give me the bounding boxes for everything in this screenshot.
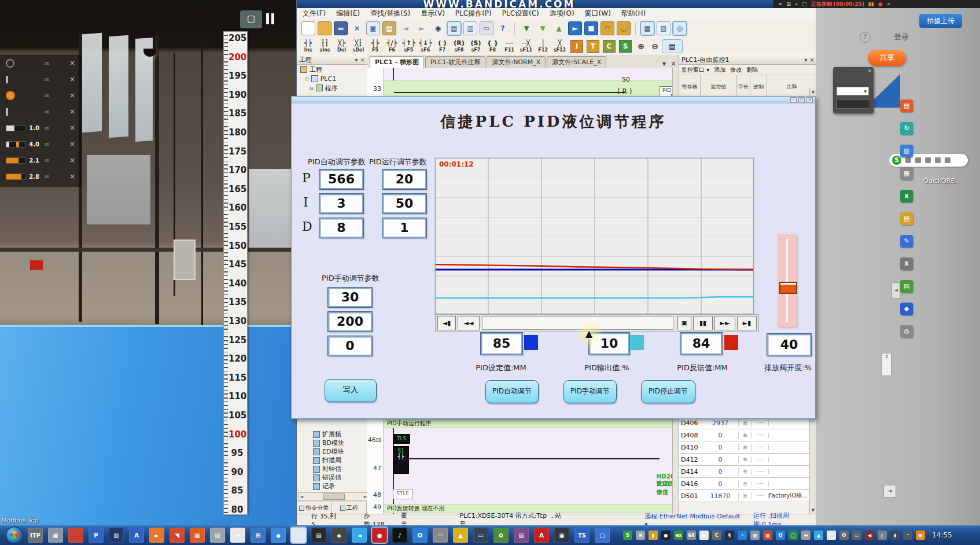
rewind-button[interactable]: ◄◄ bbox=[458, 316, 480, 330]
menu-item[interactable]: 帮助(H) bbox=[621, 9, 646, 19]
menu-item[interactable]: 显示(V) bbox=[421, 9, 445, 19]
tray-icon[interactable]: ▢ bbox=[827, 531, 836, 540]
io-row[interactable]: 4.0 ∞ × bbox=[0, 136, 81, 152]
user-icon[interactable] bbox=[935, 157, 941, 163]
coil-type-button[interactable]: S bbox=[619, 40, 632, 53]
tray-icon[interactable]: ⌘ bbox=[636, 531, 645, 540]
taskbar-app-icon[interactable]: O bbox=[412, 528, 428, 543]
popup-button[interactable] bbox=[837, 100, 870, 109]
keyboard-icon[interactable] bbox=[925, 157, 931, 163]
reset-coil[interactable]: ( R ) bbox=[617, 87, 632, 95]
ladder-tool[interactable]: ╳┋sDel bbox=[351, 40, 366, 53]
target-icon[interactable]: ⌖ bbox=[795, 1, 798, 8]
toolbar-icon[interactable]: ◄ bbox=[399, 21, 412, 35]
last-frame-button[interactable]: ►▮ bbox=[737, 316, 757, 330]
monitor-window-button[interactable]: 监控窗口 ▾ bbox=[681, 66, 709, 74]
toolbar-icon[interactable]: ◡ bbox=[617, 21, 631, 35]
tray-icon[interactable]: ▦ bbox=[750, 531, 760, 540]
monitor-row[interactable]: D414 0 单 ····· bbox=[679, 466, 810, 478]
ladder-tool[interactable]: ──F11 bbox=[502, 40, 517, 53]
editor-tab[interactable]: PLC1 - 梯形图 bbox=[370, 56, 424, 68]
ladder-tool[interactable]: ┥┝F5 bbox=[367, 40, 383, 53]
ime-icon[interactable] bbox=[915, 157, 921, 163]
i-auto-field[interactable]: 3 bbox=[319, 194, 363, 213]
setpoint-value-field[interactable]: 85 bbox=[481, 333, 522, 355]
editor-tab[interactable]: PLC1-软元件注释 bbox=[425, 56, 485, 68]
pause-button[interactable]: ▮▮ bbox=[693, 316, 713, 330]
tray-icon[interactable]: ▯ bbox=[878, 531, 887, 540]
side-tool-icon[interactable]: x̄ bbox=[900, 257, 913, 270]
scroll-widget[interactable]: ⇕ bbox=[882, 353, 891, 376]
toolbar-icon[interactable]: ■ bbox=[584, 21, 598, 35]
menu-item[interactable]: 窗口(W) bbox=[585, 9, 611, 19]
io-row[interactable]: 2.8 ∞ × bbox=[0, 168, 81, 185]
monitor-modify-button[interactable]: 修改 bbox=[730, 66, 742, 74]
toolbar-icon[interactable]: ◉ bbox=[431, 21, 445, 35]
pause-record-icon[interactable]: ▮▮ bbox=[868, 1, 874, 7]
menu-item[interactable]: PLC操作(P) bbox=[455, 9, 492, 19]
io-row[interactable]: 1.0 ∞ × bbox=[0, 120, 81, 136]
io-indicator[interactable] bbox=[6, 76, 39, 83]
taskbar-app-icon[interactable]: ▢ bbox=[595, 528, 610, 543]
zoom-in-icon[interactable]: ⊕ bbox=[635, 40, 647, 53]
tray-icon[interactable]: ◀ bbox=[865, 531, 874, 540]
close-icon[interactable]: × bbox=[69, 140, 75, 148]
coil-type-button[interactable]: I bbox=[570, 40, 583, 53]
monitor-row[interactable]: D410 0 单 ····· bbox=[679, 441, 810, 454]
toolbar-icon[interactable]: ▤ bbox=[447, 21, 461, 35]
p-auto-field[interactable]: 566 bbox=[319, 170, 363, 189]
ladder-tool[interactable]: ( )F7 bbox=[434, 40, 450, 53]
taskbar-app-icon[interactable]: ▣ bbox=[554, 528, 569, 543]
close-icon[interactable]: × bbox=[69, 108, 75, 116]
menu-item[interactable]: PLC设置(C) bbox=[502, 9, 539, 19]
quickqr-label[interactable]: QuickQR8.. bbox=[923, 177, 959, 185]
taskbar-app-icon[interactable]: ⊞ bbox=[250, 528, 266, 543]
frame-button[interactable]: ▣ bbox=[677, 316, 691, 330]
tray-icon[interactable]: 64 bbox=[687, 531, 696, 540]
tray-icon[interactable]: ▣ bbox=[916, 531, 925, 540]
taskbar-app-icon[interactable]: ▢ bbox=[291, 528, 306, 543]
close-icon[interactable]: × bbox=[867, 68, 872, 73]
link-icon[interactable]: ∞ bbox=[44, 172, 50, 181]
factoryio-3d-scene[interactable]: 2052001951901851801751701651601551501451… bbox=[0, 0, 296, 525]
side-tool-icon[interactable]: ▤ bbox=[900, 280, 913, 293]
io-row[interactable]: ∞ × bbox=[0, 104, 81, 120]
taskbar-app-icon[interactable]: ◆ bbox=[271, 528, 286, 543]
taskbar-app-icon[interactable]: ◠ bbox=[433, 528, 448, 543]
side-tool-icon[interactable]: ▤ bbox=[900, 212, 913, 225]
link-icon[interactable]: ∞ bbox=[44, 140, 50, 148]
ladder-tool[interactable]: (S)sF7 bbox=[468, 40, 484, 53]
io-indicator[interactable] bbox=[6, 108, 39, 116]
monitor-row[interactable]: D406 2937 单 ····· bbox=[679, 417, 810, 429]
side-tool-icon[interactable]: ◎ bbox=[900, 325, 913, 338]
link-icon[interactable]: ∞ bbox=[44, 156, 50, 164]
tray-icon[interactable]: ◖ bbox=[890, 531, 900, 540]
tree-item[interactable]: 时钟信 bbox=[297, 465, 367, 473]
zoom-out-icon[interactable]: ⊖ bbox=[649, 40, 661, 53]
tree-item-program[interactable]: ⊟程序 bbox=[297, 83, 367, 93]
maximize-icon[interactable]: □ bbox=[798, 97, 805, 103]
close-icon[interactable]: × bbox=[69, 75, 75, 83]
menu-item[interactable]: 查找/替换(S) bbox=[370, 9, 410, 19]
taskbar-app-icon[interactable]: ● bbox=[372, 528, 387, 543]
tree-item-project[interactable]: 工程 bbox=[297, 65, 367, 74]
taskbar-app-icon[interactable]: ► bbox=[149, 528, 164, 543]
ladder-tool[interactable]: ┥┝Ins bbox=[300, 40, 316, 53]
d-run-field[interactable]: 1 bbox=[382, 218, 426, 238]
taskbar-app-icon[interactable]: ▤ bbox=[311, 528, 326, 543]
toolbar-icon[interactable]: ► bbox=[415, 21, 429, 35]
tray-icon[interactable]: ▬ bbox=[801, 531, 810, 540]
io-indicator[interactable] bbox=[6, 91, 39, 100]
i-run-field[interactable]: 50 bbox=[382, 194, 426, 213]
s1-contact-block[interactable]: S1┥┝ bbox=[393, 446, 409, 474]
corner-widget[interactable]: ⇥ bbox=[883, 485, 896, 498]
tray-icon[interactable]: ᶺ bbox=[903, 531, 912, 540]
grid-icon[interactable] bbox=[945, 157, 950, 163]
side-tool-icon[interactable]: ✎ bbox=[900, 235, 913, 248]
d-auto-field[interactable]: 8 bbox=[319, 218, 363, 238]
ladder-tool[interactable]: (R)sF8 bbox=[451, 40, 467, 53]
upload-tag[interactable]: 拍摄上传 bbox=[919, 14, 962, 28]
dialog-titlebar[interactable]: – □ × bbox=[292, 97, 815, 104]
close-icon[interactable]: × bbox=[69, 91, 75, 100]
taskbar-app-icon[interactable]: A bbox=[534, 528, 549, 543]
